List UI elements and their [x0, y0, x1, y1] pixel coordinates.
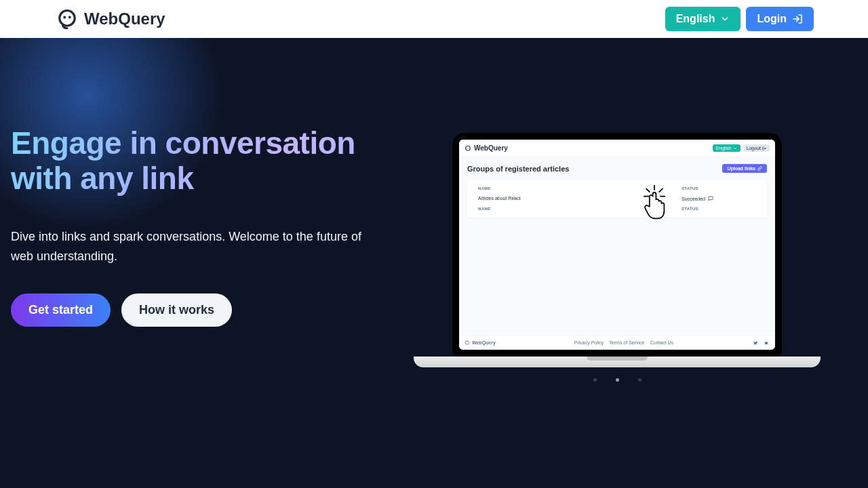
- table-row: Articles about React Succeeded: [467, 193, 767, 204]
- svg-point-6: [469, 147, 469, 148]
- discord-icon: [763, 340, 770, 346]
- svg-point-13: [465, 341, 469, 344]
- footer-contact: Contact Us: [650, 340, 673, 345]
- svg-point-4: [466, 146, 471, 150]
- laptop-notch: [587, 357, 648, 361]
- screen-table: NAME STATUS Articles about React Succeed…: [467, 180, 767, 218]
- chat-icon: [708, 196, 713, 201]
- chevron-down-icon: [733, 146, 737, 150]
- screen-footer-brand-icon: [465, 340, 470, 346]
- cta-row: Get started How it works: [11, 293, 391, 327]
- col-status: STATUS: [682, 186, 756, 190]
- top-header: WebQuery English Login: [0, 0, 868, 38]
- svg-point-0: [60, 11, 75, 26]
- laptop-mockup: WebQuery English Logout: [414, 133, 821, 367]
- twitter-icon: [752, 340, 759, 346]
- language-label: English: [676, 13, 715, 25]
- hero-section: Engage in conversation with any link Div…: [0, 38, 868, 488]
- chevron-down-icon: [720, 14, 730, 24]
- screen-logout-pill: Logout: [743, 144, 770, 152]
- screen-body: Groups of registered articles Upload lin…: [459, 157, 775, 335]
- login-label: Login: [757, 13, 787, 25]
- screen-brand-icon: [465, 145, 471, 152]
- table-header-2: NAME STATUS: [467, 204, 767, 214]
- carousel-dots: [400, 378, 834, 382]
- carousel-dot-2[interactable]: [638, 378, 642, 382]
- login-button[interactable]: Login: [746, 7, 814, 31]
- link-icon: [757, 166, 762, 171]
- screen-header-right: English Logout: [713, 144, 770, 152]
- how-it-works-button[interactable]: How it works: [121, 293, 232, 327]
- footer-privacy: Privacy Policy: [574, 340, 604, 345]
- screen-language-pill: English: [713, 144, 741, 152]
- language-button[interactable]: English: [665, 7, 741, 31]
- screen-upload-button: Upload links: [722, 164, 767, 173]
- pointer-hand-icon: [641, 184, 668, 222]
- row-status: Succeeded: [682, 196, 756, 201]
- hero-title: Engage in conversation with any link: [11, 126, 391, 196]
- footer-terms: Terms of Service: [609, 340, 644, 345]
- login-icon: [792, 14, 803, 24]
- svg-line-10: [659, 188, 663, 192]
- screen-upload-label: Upload links: [727, 166, 755, 171]
- get-started-button[interactable]: Get started: [11, 293, 111, 327]
- carousel-dot-0[interactable]: [593, 378, 597, 382]
- status-label: Succeeded: [682, 197, 705, 201]
- screen-language-label: English: [716, 146, 732, 150]
- brand[interactable]: WebQuery: [57, 9, 165, 29]
- screen-footer: WebQuery Privacy Policy Terms of Service…: [459, 335, 775, 350]
- laptop-base: [414, 357, 821, 367]
- hero-left: Engage in conversation with any link Div…: [11, 126, 391, 327]
- brand-name: WebQuery: [84, 9, 165, 28]
- svg-point-1: [63, 16, 66, 19]
- brand-logo-icon: [57, 9, 77, 29]
- screen-brand: WebQuery: [465, 144, 508, 152]
- header-actions: English Login: [665, 7, 814, 31]
- screen-header: WebQuery English Logout: [459, 140, 775, 157]
- screen-brand-name: WebQuery: [474, 144, 508, 152]
- col-status-2: STATUS: [682, 207, 756, 211]
- svg-point-2: [68, 16, 71, 19]
- screen-footer-brand-name: WebQuery: [472, 340, 496, 345]
- laptop-lid: WebQuery English Logout: [452, 133, 782, 357]
- hero-right: WebQuery English Logout: [400, 133, 834, 382]
- svg-line-9: [646, 188, 650, 192]
- screen-logout-label: Logout: [747, 146, 761, 150]
- carousel-dot-1[interactable]: [616, 378, 619, 382]
- table-header: NAME STATUS: [467, 184, 767, 193]
- logout-icon: [762, 146, 766, 150]
- screen-title: Groups of registered articles: [467, 165, 569, 173]
- screen-body-head: Groups of registered articles Upload lin…: [467, 164, 767, 173]
- screen-footer-links: Privacy Policy Terms of Service Contact …: [574, 340, 673, 345]
- screen-footer-brand: WebQuery: [465, 340, 496, 346]
- svg-point-5: [467, 147, 467, 148]
- laptop-screen: WebQuery English Logout: [459, 140, 775, 350]
- hero-subtitle: Dive into links and spark conversations.…: [11, 227, 377, 266]
- screen-footer-icons: [752, 340, 770, 346]
